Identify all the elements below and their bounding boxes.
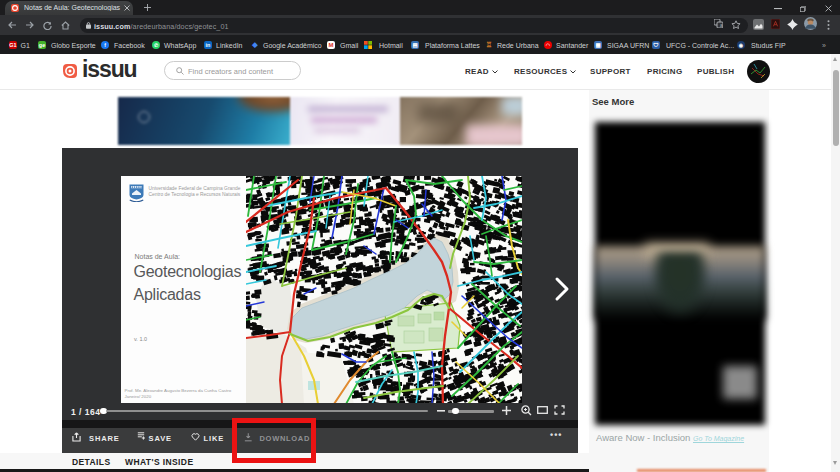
svg-text:a: a <box>720 22 723 28</box>
